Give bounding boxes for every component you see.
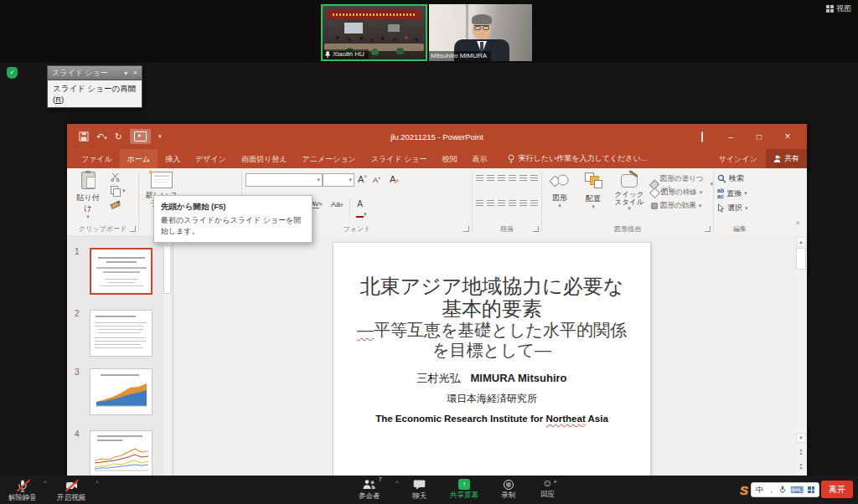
numbering-button[interactable] [487, 175, 494, 183]
tell-me-box[interactable]: 実行したい作業を入力してください... [507, 149, 648, 168]
copy-button[interactable] [111, 186, 119, 194]
character-spacing-button[interactable]: AV▾ [311, 200, 323, 208]
participants-button[interactable]: 7 参会者 [359, 479, 380, 501]
columns-button[interactable] [519, 200, 527, 208]
slide-thumbnail-1[interactable] [90, 248, 152, 295]
record-button[interactable]: 录制 [501, 479, 515, 501]
align-right-button[interactable] [498, 200, 505, 208]
share-screen-button[interactable]: ↑ 共享屏幕 [450, 479, 478, 501]
tab-transitions[interactable]: 画面切り替え [234, 149, 294, 168]
sign-in-link[interactable]: サインイン [711, 149, 766, 168]
select-button[interactable]: 選択 ▾ [717, 203, 748, 213]
ime-keyboard-icon[interactable]: ⌨ [790, 485, 804, 496]
slide-thumbnail-4[interactable] [90, 430, 152, 477]
arrange-button[interactable]: 配置 ▾ [579, 172, 607, 209]
find-label: 検索 [729, 173, 744, 184]
thumbnail-scrollbar-thumb[interactable] [163, 245, 171, 294]
font-name-combo[interactable]: ▾ [246, 173, 323, 187]
replace-button[interactable]: abac 置換 ▾ [717, 188, 747, 199]
convert-smartart-button[interactable] [530, 200, 538, 208]
decrease-indent-button[interactable] [498, 175, 505, 183]
format-painter-button[interactable] [111, 200, 121, 208]
ime-toolbox-icon[interactable] [808, 486, 814, 493]
tab-design[interactable]: デザイン [188, 149, 234, 168]
font-color-button[interactable]: A▾ [356, 199, 367, 218]
collapse-ribbon-button[interactable]: ^ [796, 220, 799, 229]
shape-effects-button[interactable]: 図形の効果 ▾ [651, 201, 701, 211]
tab-home[interactable]: ホーム [120, 149, 158, 168]
decrease-font-button[interactable]: A˅ [373, 176, 381, 184]
tab-slideshow[interactable]: スライド ショー [364, 149, 435, 168]
ime-mic-icon[interactable] [779, 486, 786, 494]
leave-meeting-button[interactable]: 离开 [821, 481, 853, 498]
video-tile-room[interactable]: Xiaolin HU [321, 4, 427, 61]
unmute-button[interactable]: 解除静音 [8, 479, 37, 503]
clipboard-dialog-launcher[interactable] [130, 226, 136, 232]
undo-button[interactable]: ↶▾ [96, 131, 107, 142]
thumbnail-scrollbar[interactable]: ▲ [163, 237, 171, 478]
current-slide[interactable]: 北東アジア地域協力に必要な 基本的要素 ―平等互恵を基礎とした水平的関係 を目標… [333, 242, 651, 480]
tab-file[interactable]: ファイル [74, 149, 120, 168]
security-shield-icon[interactable]: ✓ [7, 67, 18, 79]
share-button[interactable]: 共有 [766, 149, 807, 168]
change-case-button[interactable]: Aa▾ [331, 200, 344, 208]
tab-review[interactable]: 校閲 [435, 149, 465, 168]
align-center-button[interactable] [487, 200, 494, 208]
reactions-button[interactable]: ☺+ 回应 [540, 478, 555, 500]
drawing-dialog-launcher[interactable] [705, 226, 711, 232]
line-spacing-button[interactable] [519, 175, 527, 183]
mic-options-caret[interactable]: ^ [44, 479, 47, 486]
ribbon-display-options-button[interactable] [688, 132, 716, 141]
font-size-combo[interactable]: ▾ [323, 173, 354, 187]
close-button[interactable]: × [773, 131, 802, 142]
participants-options-caret[interactable]: ^ [395, 479, 399, 486]
shape-outline-button[interactable]: 図形の枠線 ▾ [651, 188, 702, 198]
find-button[interactable]: 検索 [717, 173, 744, 184]
slide-thumbnail-2[interactable] [90, 310, 152, 357]
slide-thumbnail-3[interactable] [90, 368, 152, 415]
font-dialog-launcher[interactable] [463, 226, 469, 232]
redo-button[interactable]: ↻ [115, 131, 122, 142]
tab-animations[interactable]: アニメーション [295, 149, 364, 168]
ppt-titlebar[interactable]: ↶▾ ↻ ▾ jlu.20211215 - PowerPoint – □ × [67, 124, 807, 149]
qat-customize-icon[interactable]: ▾ [158, 134, 162, 139]
bullets-button[interactable] [476, 175, 483, 183]
next-slide-button[interactable]: ▼▼ [796, 461, 806, 471]
slideshow-popup-titlebar[interactable]: スライド ショー ▼ × [47, 65, 142, 80]
minimize-button[interactable]: – [716, 132, 745, 141]
video-options-caret[interactable]: ^ [96, 479, 99, 486]
ime-punctuation-toggle[interactable]: ， [768, 485, 775, 496]
scroll-up-button[interactable]: ▲ [796, 237, 806, 247]
ime-toolbar[interactable]: S 中 ， ⌨ [740, 482, 819, 497]
scroll-down-button[interactable]: ▼ [796, 433, 806, 443]
tab-view[interactable]: 表示 [465, 149, 495, 168]
paragraph-dialog-launcher[interactable] [533, 226, 539, 232]
save-icon[interactable] [79, 131, 89, 141]
font-color-caret-icon: ▾ [364, 211, 367, 217]
main-scrollbar[interactable]: ▲ ▼ ▲▲ ▼▼ [796, 237, 806, 478]
increase-indent-button[interactable] [509, 175, 516, 183]
previous-slide-button[interactable]: ▲▲ [796, 446, 806, 456]
increase-font-button[interactable]: A˄ [358, 174, 367, 184]
video-tile-speaker[interactable]: Mitsuhiro MIMURA [429, 4, 532, 61]
shapes-button[interactable]: 図形 ▾ [545, 172, 574, 208]
popup-dropdown-icon[interactable]: ▼ [123, 70, 129, 76]
align-left-button[interactable] [476, 200, 483, 208]
start-video-button[interactable]: 开启视频 [57, 479, 85, 503]
maximize-button[interactable]: □ [745, 132, 773, 141]
slide-number: 4 [75, 429, 86, 439]
clear-formatting-button[interactable]: A [390, 174, 399, 184]
text-direction-button[interactable] [530, 175, 538, 183]
chat-button[interactable]: 聊天 [412, 479, 426, 501]
start-from-beginning-button[interactable] [130, 129, 151, 144]
justify-button[interactable] [509, 200, 516, 208]
popup-close-icon[interactable]: × [133, 69, 137, 77]
quick-styles-button[interactable]: クイック スタイル ▾ [611, 172, 648, 211]
ime-mode-toggle[interactable]: 中 [756, 485, 763, 496]
cut-button[interactable] [111, 172, 120, 182]
main-scrollbar-thumb[interactable] [796, 248, 806, 270]
tab-insert[interactable]: 挿入 [158, 149, 188, 168]
paste-button[interactable]: 貼り付け ▾ [74, 172, 102, 219]
resume-slideshow-menu-item[interactable]: スライド ショーの再開(R) [47, 80, 142, 108]
view-button[interactable]: 视图 [826, 3, 851, 14]
